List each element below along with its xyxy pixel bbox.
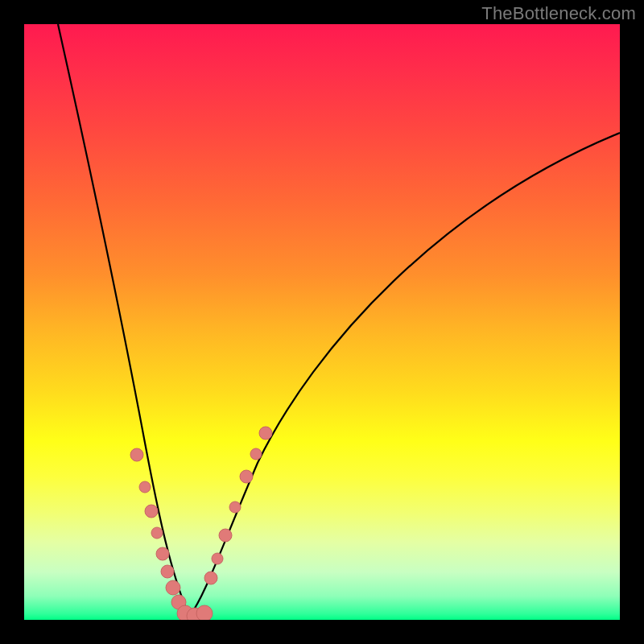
- marker-group: [130, 427, 272, 620]
- marker-dot: [259, 427, 272, 440]
- marker-dot: [250, 448, 262, 460]
- plot-area: [24, 24, 620, 620]
- marker-dot: [130, 448, 143, 461]
- marker-dot: [196, 605, 213, 620]
- curve-layer: [24, 24, 620, 620]
- left-curve: [58, 24, 189, 617]
- marker-dot: [240, 470, 253, 483]
- marker-dot: [212, 553, 223, 564]
- marker-dot: [229, 502, 241, 513]
- chart-stage: TheBottleneck.com: [0, 0, 644, 644]
- marker-dot: [166, 580, 180, 595]
- marker-dot: [145, 505, 158, 518]
- marker-dot: [204, 572, 217, 584]
- watermark-text: TheBottleneck.com: [481, 3, 636, 24]
- right-curve: [189, 133, 620, 617]
- marker-dot: [139, 481, 151, 493]
- marker-dot: [156, 547, 169, 560]
- marker-dot: [151, 527, 163, 539]
- marker-dot: [161, 565, 174, 578]
- marker-dot: [219, 529, 232, 542]
